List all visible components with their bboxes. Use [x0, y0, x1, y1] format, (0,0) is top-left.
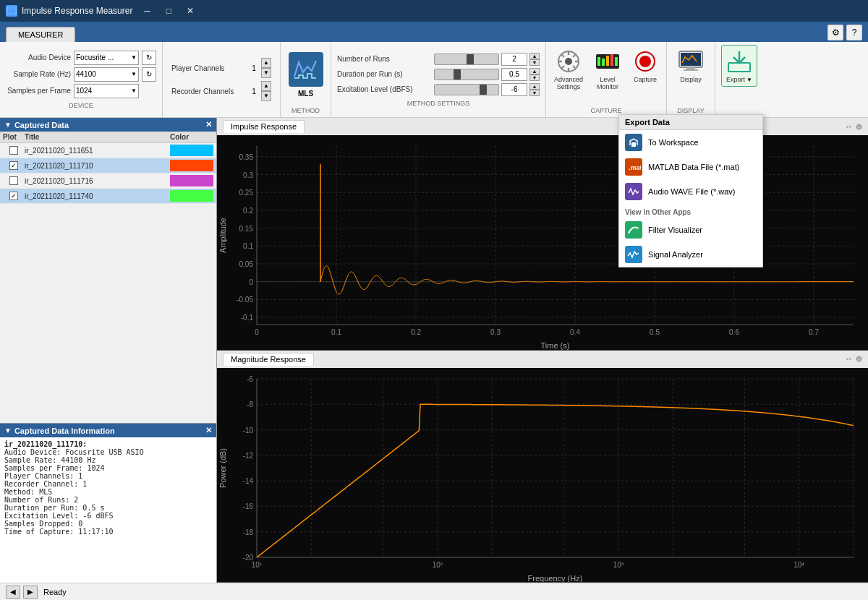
magnitude-response-tab[interactable]: Magnitude Response: [223, 353, 314, 366]
filter-visualizer-item[interactable]: Filter Visualizer: [619, 218, 762, 242]
row-checkbox-0[interactable]: [9, 146, 18, 155]
svg-text:Power (dB): Power (dB): [218, 447, 227, 487]
info-line: Method: MLS: [4, 488, 212, 496]
svg-text:10⁴: 10⁴: [793, 561, 804, 569]
svg-text:0.6: 0.6: [729, 328, 739, 336]
row-color-0[interactable]: [170, 145, 213, 156]
info-line: Number of Runs: 2: [4, 496, 212, 504]
captured-info-collapse-icon[interactable]: ▼: [4, 427, 12, 434]
duration-per-run-value[interactable]: 0.5: [501, 68, 527, 81]
export-button[interactable]: Export ▼: [721, 45, 757, 87]
player-channels-down-button[interactable]: ▼: [261, 68, 271, 78]
duration-per-run-label: Duration per Run (s): [337, 70, 431, 78]
row-checkbox-2[interactable]: [9, 176, 18, 185]
row-checkbox-3[interactable]: ✓: [9, 192, 18, 200]
to-workspace-item[interactable]: To Workspace: [619, 130, 762, 155]
number-of-runs-slider[interactable]: [434, 53, 499, 65]
right-panel: Impulse Response ↔ ⊕ 00.10.20.30.40.50.6…: [217, 118, 868, 583]
duration-per-run-slider[interactable]: [434, 69, 499, 80]
status-nav-left-button[interactable]: ◀: [6, 586, 20, 599]
excitation-level-arrows: ▲ ▼: [529, 83, 540, 96]
row-title-3: ir_20211020_111740: [25, 192, 170, 200]
captured-info-close-icon[interactable]: ✕: [205, 426, 212, 435]
audio-device-select[interactable]: Focusrite ... ▼: [74, 51, 139, 65]
col-color-header: Color: [170, 133, 213, 141]
svg-text:-12: -12: [243, 451, 254, 459]
impulse-chart-scroll-icon[interactable]: ↔: [845, 122, 853, 132]
sample-rate-refresh-button[interactable]: ↻: [142, 67, 156, 82]
row-checkbox-1[interactable]: ✓: [9, 161, 18, 170]
data-rows-container: ir_20211020_111651 ✓ ir_20211020_111710 …: [0, 143, 216, 204]
svg-text:0.2: 0.2: [243, 207, 253, 215]
table-row[interactable]: ✓ ir_20211020_111740: [0, 189, 216, 204]
info-line: Time of Capture: 11:17:10: [4, 528, 212, 536]
duration-per-run-arrows: ▲ ▼: [529, 68, 540, 81]
wav-file-label: Audio WAVE File (*.wav): [648, 187, 735, 196]
samples-per-frame-select[interactable]: 1024 ▼: [74, 84, 139, 98]
svg-text:0.05: 0.05: [239, 260, 254, 268]
excitation-level-slider[interactable]: [434, 84, 499, 95]
display-button[interactable]: Display: [673, 45, 709, 87]
device-section-label: DEVICE: [6, 102, 156, 109]
advanced-settings-button[interactable]: Advanced Settings: [549, 45, 588, 94]
duration-per-run-down-button[interactable]: ▼: [529, 74, 540, 81]
close-button[interactable]: ✕: [180, 3, 200, 19]
row-color-1[interactable]: [170, 160, 213, 171]
svg-text:-0.05: -0.05: [237, 296, 253, 304]
settings-icon-btn[interactable]: ⚙: [827, 25, 843, 40]
excitation-level-down-button[interactable]: ▼: [529, 90, 540, 96]
capture-button[interactable]: Capture: [627, 45, 663, 87]
view-in-other-apps-label: View in Other Apps: [619, 204, 762, 218]
row-title-0: ir_20211020_111651: [25, 147, 170, 155]
recorder-channels-down-button[interactable]: ▼: [261, 91, 271, 101]
duration-per-run-up-button[interactable]: ▲: [529, 68, 540, 74]
svg-text:.mat: .mat: [629, 164, 641, 171]
svg-rect-23: [684, 69, 698, 71]
maximize-button[interactable]: □: [158, 3, 179, 19]
row-title-1: ir_20211020_111710: [25, 162, 170, 170]
table-row[interactable]: ir_20211020_111651: [0, 143, 216, 158]
number-of-runs-value[interactable]: 2: [501, 53, 527, 66]
wav-file-item[interactable]: Audio WAVE File (*.wav): [619, 179, 762, 204]
signal-analyzer-icon: [625, 246, 642, 263]
row-color-2[interactable]: [170, 175, 213, 187]
captured-data-close-icon[interactable]: ✕: [205, 120, 212, 129]
signal-analyzer-item[interactable]: Signal Analyzer: [619, 242, 762, 267]
excitation-level-value[interactable]: -6: [501, 83, 527, 96]
sample-rate-value: 44100: [76, 70, 96, 78]
audio-device-label: Audio Device: [6, 53, 71, 61]
table-row[interactable]: ✓ ir_20211020_111710: [0, 158, 216, 173]
export-label: Export: [726, 76, 745, 83]
impulse-response-tab[interactable]: Impulse Response: [223, 120, 305, 133]
help-icon-btn[interactable]: ?: [846, 25, 862, 40]
audio-device-refresh-button[interactable]: ↻: [142, 51, 156, 65]
captured-info-content: ir_20211020_111710: Audio Device: Focusr…: [0, 437, 216, 583]
svg-line-9: [573, 66, 576, 69]
impulse-response-chart-header: Impulse Response ↔ ⊕: [217, 118, 868, 135]
captured-info-panel-title: Captured Data Information: [14, 427, 203, 435]
captured-info-panel: ▼ Captured Data Information ✕ ir_2021102…: [0, 424, 216, 583]
status-nav-right-button[interactable]: ▶: [23, 586, 38, 599]
captured-data-collapse-icon[interactable]: ▼: [4, 121, 12, 129]
svg-text:Frequency (Hz): Frequency (Hz): [528, 574, 583, 583]
row-color-3[interactable]: [170, 190, 213, 202]
svg-text:0: 0: [255, 328, 259, 336]
recorder-channels-up-button[interactable]: ▲: [261, 81, 271, 91]
minimize-button[interactable]: ─: [137, 3, 157, 19]
sample-rate-select[interactable]: 44100 ▼: [74, 67, 139, 82]
magnitude-chart-scroll-icon[interactable]: ↔: [845, 354, 853, 364]
svg-text:-20: -20: [243, 554, 254, 562]
number-of-runs-up-button[interactable]: ▲: [529, 53, 540, 59]
level-monitor-button[interactable]: Level Monitor: [590, 45, 626, 94]
svg-rect-26: [631, 142, 636, 147]
excitation-level-up-button[interactable]: ▲: [529, 83, 540, 90]
player-channels-up-button[interactable]: ▲: [261, 58, 271, 68]
magnitude-chart-zoom-icon[interactable]: ⊕: [856, 354, 862, 364]
number-of-runs-down-button[interactable]: ▼: [529, 59, 540, 66]
tab-measurer[interactable]: MEASURER: [6, 27, 75, 42]
matlab-file-item[interactable]: .mat MATLAB Data File (*.mat): [619, 155, 762, 179]
impulse-chart-zoom-icon[interactable]: ⊕: [856, 122, 862, 132]
level-monitor-label: Level Monitor: [597, 76, 618, 90]
svg-text:10³: 10³: [613, 561, 624, 569]
table-row[interactable]: ir_20211020_111716: [0, 173, 216, 189]
